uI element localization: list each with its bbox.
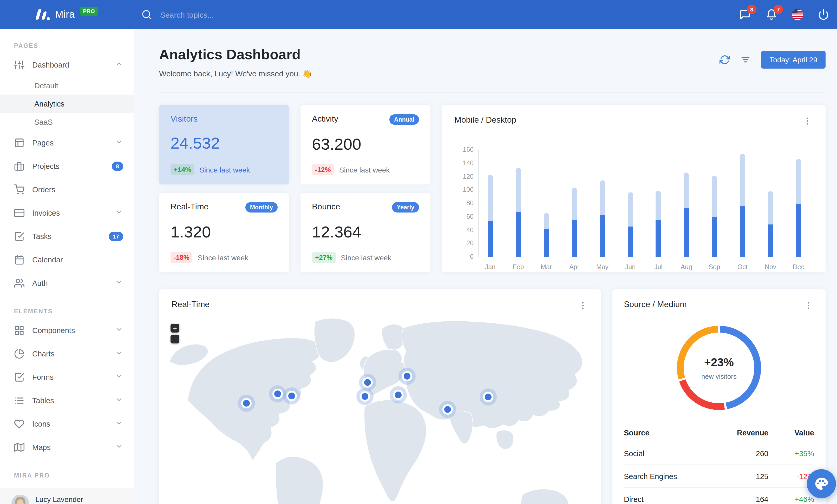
- source-cell: Search Engines: [624, 472, 711, 480]
- period-pill[interactable]: Yearly: [392, 202, 419, 212]
- map-zoom-out-button[interactable]: −: [171, 335, 179, 343]
- stat-cards: Visitors 24.532 +14% Since last week Act…: [159, 105, 430, 272]
- filter-button[interactable]: [740, 55, 751, 65]
- revenue-cell: 164: [718, 495, 768, 503]
- bar-segment-desktop: [656, 190, 661, 220]
- x-axis-label: May: [596, 263, 608, 271]
- revenue-cell: 125: [718, 472, 768, 480]
- sidebar-item-projects[interactable]: Projects8: [0, 154, 133, 178]
- chevron-down-icon: [115, 137, 123, 146]
- map-visitor-marker[interactable]: [243, 400, 250, 407]
- bar-segment-mobile: [600, 215, 605, 257]
- sign-out-button[interactable]: [817, 8, 830, 21]
- map-title: Real-Time: [172, 300, 210, 309]
- sidebar-item-label: Pages: [32, 138, 115, 147]
- sidebar-count-badge: 8: [112, 161, 123, 171]
- sidebar-subitem-saas[interactable]: SaaS: [0, 113, 133, 131]
- briefcase-icon: [14, 161, 24, 171]
- messages-button[interactable]: 3: [739, 8, 751, 21]
- power-icon: [818, 9, 829, 20]
- stat-value: 12.364: [312, 223, 419, 242]
- x-axis-label: Oct: [737, 263, 748, 271]
- delta-badge: +14%: [171, 164, 194, 175]
- sidebar-item-tasks[interactable]: Tasks17: [0, 224, 133, 248]
- sidebar-item-forms[interactable]: Forms: [0, 365, 133, 389]
- shopping-cart-icon: [14, 184, 24, 194]
- bar-jun: Jun: [627, 150, 634, 257]
- y-axis-tick: 120: [455, 173, 474, 180]
- map-zoom-in-button[interactable]: +: [171, 324, 179, 333]
- sidebar-user[interactable]: Lucy Lavender UX Designer: [0, 488, 133, 504]
- sidebar-subitem-default[interactable]: Default: [0, 76, 133, 95]
- brand[interactable]: Mira PRO: [0, 8, 98, 21]
- topbar-search[interactable]: [141, 0, 296, 29]
- x-axis-label: Jan: [485, 263, 496, 271]
- bar-aug: Aug: [683, 150, 690, 257]
- notifications-count-badge: 7: [773, 5, 783, 14]
- chevron-down-icon: [115, 418, 123, 427]
- bar-segment-desktop: [628, 192, 633, 226]
- credit-card-icon: [14, 208, 24, 218]
- world-map[interactable]: [159, 312, 601, 504]
- donut-chart: +23% new visitors: [677, 326, 761, 410]
- sidebar-item-label: Tables: [32, 396, 115, 405]
- y-axis-tick: 20: [455, 240, 474, 247]
- sidebar-item-calendar[interactable]: Calendar: [0, 248, 133, 271]
- source-table-row: Social260+35%: [624, 442, 814, 465]
- sidebar-item-icons[interactable]: Icons: [0, 412, 133, 435]
- sidebar-item-charts[interactable]: Charts: [0, 342, 133, 365]
- sidebar-item-components[interactable]: Components: [0, 318, 133, 342]
- sidebar-item-maps[interactable]: Maps: [0, 435, 133, 459]
- grid-icon: [14, 325, 24, 335]
- filter-icon: [740, 55, 751, 65]
- x-axis-label: Aug: [680, 263, 692, 271]
- sidebar-item-dashboard[interactable]: Dashboard: [0, 53, 133, 76]
- sidebar-item-pages[interactable]: Pages: [0, 131, 133, 154]
- period-pill[interactable]: Annual: [389, 114, 419, 125]
- period-pill[interactable]: Monthly: [245, 202, 278, 212]
- chevron-up-icon: [115, 59, 123, 68]
- bar-segment-mobile: [656, 220, 661, 257]
- bar-segment-desktop: [768, 191, 773, 225]
- kebab-menu-icon[interactable]: [802, 115, 813, 127]
- map-visitor-marker[interactable]: [395, 392, 402, 398]
- stat-value: 1.320: [171, 223, 278, 242]
- sidebar-item-label: Forms: [32, 373, 115, 381]
- map-visitor-marker[interactable]: [485, 394, 492, 400]
- theme-settings-fab[interactable]: [807, 469, 836, 498]
- sidebar-item-invoices[interactable]: Invoices: [0, 201, 133, 224]
- map-visitor-marker[interactable]: [361, 393, 368, 400]
- delta-badge: -18%: [171, 252, 193, 263]
- header-divider: [159, 92, 825, 93]
- map-visitor-marker[interactable]: [274, 390, 281, 397]
- us-flag-icon[interactable]: [792, 9, 803, 20]
- sidebar-subitem-analytics[interactable]: Analytics: [0, 95, 133, 113]
- map-visitor-marker[interactable]: [404, 373, 410, 379]
- map-visitor-marker[interactable]: [364, 379, 371, 386]
- sidebar-item-auth[interactable]: Auth: [0, 271, 133, 295]
- col-source: Source: [624, 429, 711, 437]
- chevron-down-icon: [115, 278, 123, 286]
- bar-segment-mobile: [544, 229, 549, 257]
- map-visitor-marker[interactable]: [444, 406, 451, 413]
- bar-segment-desktop: [516, 168, 521, 212]
- today-button[interactable]: Today: April 29: [761, 51, 825, 69]
- chevron-down-icon: [115, 208, 123, 216]
- map-visitor-marker[interactable]: [288, 393, 295, 399]
- stat-value: 24.532: [171, 134, 278, 153]
- navbar-actions: 3 7: [739, 0, 830, 29]
- sidebar-item-orders[interactable]: Orders: [0, 178, 133, 201]
- kebab-menu-icon[interactable]: [577, 300, 588, 311]
- kebab-menu-icon[interactable]: [803, 300, 814, 311]
- source-table: Source Revenue Value Social260+35%Search…: [624, 424, 814, 504]
- sidebar-item-tables[interactable]: Tables: [0, 389, 133, 412]
- sidebar-item-label: Projects: [32, 162, 112, 170]
- refresh-button[interactable]: [719, 55, 730, 65]
- bar-nov: Nov: [767, 150, 773, 257]
- sidebar-section-label: MIRA PRO: [0, 459, 133, 483]
- chevron-down-icon: [115, 348, 123, 357]
- bar-segment-mobile: [796, 204, 801, 257]
- notifications-button[interactable]: 7: [765, 8, 778, 21]
- bar-segment-desktop: [712, 175, 717, 217]
- search-input[interactable]: [159, 10, 296, 19]
